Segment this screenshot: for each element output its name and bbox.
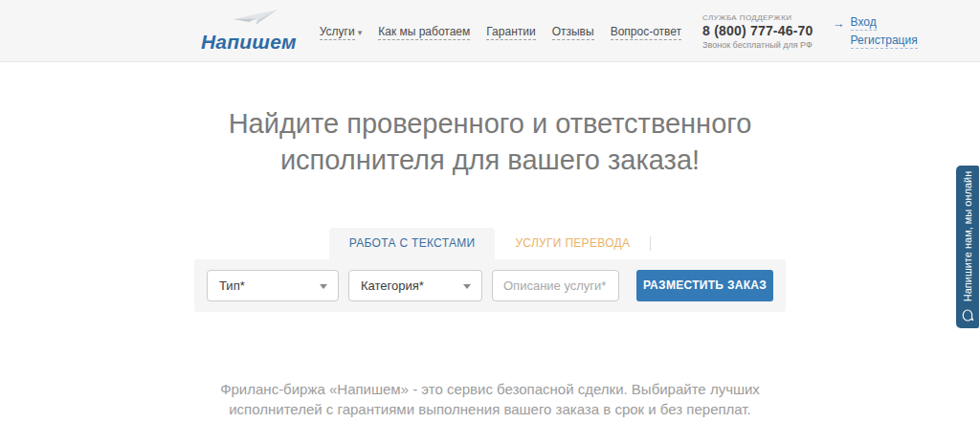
tab-text-work[interactable]: РАБОТА С ТЕКСТАМИ (329, 228, 496, 259)
nav-link-services[interactable]: Услуги (320, 25, 355, 40)
header: Напишем Услуги ▾ Как мы работаем Гаранти… (0, 0, 980, 62)
main-nav: Услуги ▾ Как мы работаем Гарантии Отзывы… (320, 25, 681, 40)
chat-widget-tab[interactable]: Напишите нам, мы онлайн (956, 166, 979, 328)
support-phone: 8 (800) 777-46-70 (702, 23, 813, 40)
category-select[interactable]: Категория* (348, 270, 482, 301)
service-description-input[interactable] (492, 270, 619, 301)
type-select-label: Тип* (219, 278, 245, 293)
chevron-down-icon (320, 284, 327, 289)
order-tabs: РАБОТА С ТЕКСТАМИ УСЛУГИ ПЕРЕВОДА (0, 228, 980, 259)
chevron-down-icon (463, 284, 471, 289)
logo[interactable]: Напишем (201, 8, 297, 54)
chat-widget-label: Напишите нам, мы онлайн (962, 171, 973, 302)
order-form-bar: Тип* Категория* РАЗМЕСТИТЬ ЗАКАЗ (194, 259, 786, 312)
nav-item-services[interactable]: Услуги ▾ (320, 25, 362, 40)
support-title: СЛУЖБА ПОДДЕРЖКИ (702, 13, 813, 23)
arrow-right-icon: → (833, 15, 845, 49)
page-title: Найдите проверенного и ответственного ис… (174, 105, 806, 179)
nav-link-reviews[interactable]: Отзывы (552, 25, 594, 40)
category-select-label: Категория* (361, 278, 424, 293)
login-link[interactable]: Вход (851, 15, 877, 31)
place-order-button[interactable]: РАЗМЕСТИТЬ ЗАКАЗ (636, 270, 773, 301)
tab-translation-services[interactable]: УСЛУГИ ПЕРЕВОДА (495, 228, 650, 259)
nav-link-how-we-work[interactable]: Как мы работаем (378, 25, 470, 40)
nav-link-faq[interactable]: Вопрос-ответ (611, 25, 681, 40)
type-select[interactable]: Тип* (207, 270, 339, 301)
service-description-text: Фриланс-биржа «Напишем» - это сервис без… (212, 379, 768, 421)
tab-separator (650, 236, 651, 251)
support-block: СЛУЖБА ПОДДЕРЖКИ 8 (800) 777-46-70 Звоно… (702, 13, 813, 51)
nav-link-guarantees[interactable]: Гарантии (486, 25, 535, 40)
support-note: Звонок бесплатный для РФ (702, 40, 813, 51)
chat-bubble-icon (961, 308, 975, 323)
paper-plane-icon (232, 8, 279, 30)
chevron-down-icon: ▾ (358, 28, 363, 37)
auth-block: → Вход Регистрация (833, 15, 918, 49)
register-link[interactable]: Регистрация (851, 33, 918, 49)
logo-text: Напишем (201, 31, 297, 54)
